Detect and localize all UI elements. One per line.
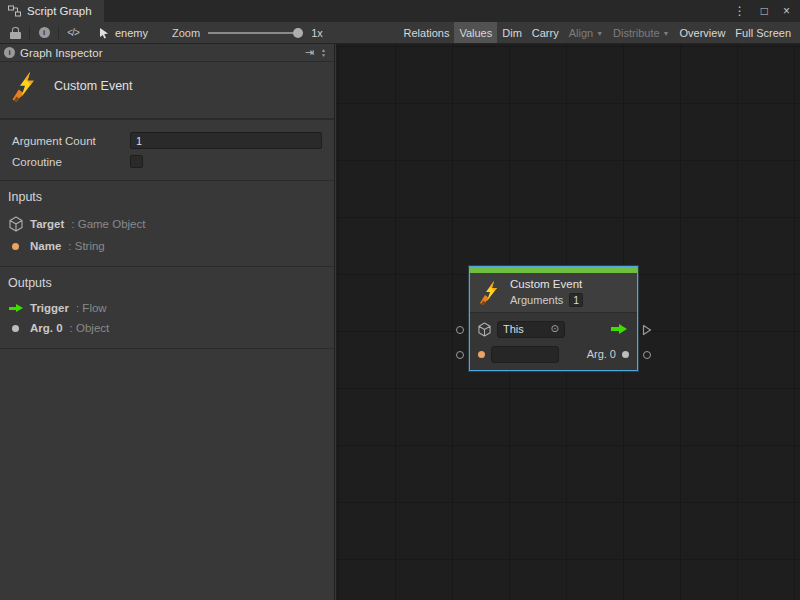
coroutine-row: Coroutine	[12, 151, 322, 172]
arg0-label: Arg. 0	[587, 348, 616, 360]
code-view-button[interactable]: </>	[62, 23, 84, 43]
toolbar-button-carry[interactable]: Carry	[527, 22, 564, 43]
graph-inspector-title: Graph Inspector	[20, 47, 102, 59]
button-label: Align	[569, 27, 593, 39]
toolbar-button-distribute[interactable]: Distribute▼	[608, 22, 674, 43]
inputs-section: Inputs Target : Game Object Name : Strin…	[0, 181, 334, 267]
zoom-slider-thumb[interactable]	[293, 28, 303, 38]
toolbar-button-values[interactable]: Values	[454, 22, 497, 43]
info-icon: i	[39, 27, 50, 38]
coroutine-checkbox[interactable]	[130, 155, 143, 168]
expand-icon[interactable]: ⇥	[305, 46, 314, 59]
info-letter: i	[8, 49, 10, 57]
zoom-value: 1x	[311, 27, 323, 39]
close-icon[interactable]: ×	[783, 4, 790, 18]
toolbar-separator	[58, 26, 59, 40]
argument-count-label: Argument Count	[12, 135, 130, 147]
port-type: : String	[68, 240, 104, 252]
toolbar-button-overview[interactable]: Overview	[675, 22, 731, 43]
spinner-down-icon: ▼	[321, 53, 326, 58]
target-dropdown[interactable]: This ⊙	[497, 321, 565, 338]
lock-icon	[10, 27, 21, 39]
string-port-icon	[12, 243, 19, 250]
tab-title: Script Graph	[27, 5, 92, 17]
game-object-icon	[478, 322, 491, 337]
trigger-output-port[interactable]	[642, 324, 652, 336]
info-letter: i	[43, 29, 45, 37]
event-name-field[interactable]	[491, 346, 559, 363]
unit-fields: Argument Count Coroutine	[0, 120, 334, 181]
node-header[interactable]: Custom Event Arguments 1	[470, 273, 637, 312]
toolbar-button-fullscreen[interactable]: Full Screen	[730, 22, 796, 43]
button-label: Distribute	[613, 27, 659, 39]
node-body: This ⊙ Arg. 0	[470, 312, 637, 370]
maximize-icon[interactable]: □	[761, 4, 768, 18]
port-name: Trigger	[30, 302, 69, 314]
inputs-heading: Inputs	[0, 190, 334, 212]
target-input-port[interactable]	[456, 326, 464, 334]
menu-icon[interactable]: ⋮	[734, 4, 746, 18]
list-item: Target : Game Object	[0, 212, 334, 236]
arguments-label: Arguments	[510, 294, 563, 306]
zoom-slider-track	[208, 32, 303, 34]
lock-button[interactable]	[4, 23, 26, 43]
button-label: Dim	[502, 27, 522, 39]
toolbar-button-relations[interactable]: Relations	[399, 22, 455, 43]
list-item: Arg. 0 : Object	[0, 318, 334, 338]
port-type: : Flow	[76, 302, 107, 314]
list-item: Trigger : Flow	[0, 298, 334, 318]
titlebar: Script Graph ⋮ □ ×	[0, 0, 800, 22]
object-port-icon	[12, 325, 19, 332]
zoom-control: Zoom 1x	[172, 27, 323, 39]
unit-header: Custom Event	[0, 62, 334, 120]
coroutine-label: Coroutine	[12, 156, 130, 168]
code-icon: </>	[67, 27, 78, 38]
target-port-row: This ⊙	[478, 320, 629, 338]
outputs-section: Outputs Trigger : Flow Arg. 0 : Object	[0, 267, 334, 349]
custom-event-icon	[10, 72, 40, 102]
toolbar-buttons: Relations Values Dim Carry Align▼ Distri…	[399, 22, 796, 43]
info-icon: i	[4, 47, 15, 58]
arg0-port-icon	[622, 351, 629, 358]
graph-asset-breadcrumb[interactable]: enemy	[98, 27, 148, 39]
button-label: Overview	[680, 27, 726, 39]
panel-spinner[interactable]: ▲ ▼	[319, 48, 328, 58]
port-name: Arg. 0	[30, 322, 63, 334]
toolbar-button-align[interactable]: Align▼	[564, 22, 608, 43]
name-input-port[interactable]	[456, 351, 464, 359]
outputs-heading: Outputs	[0, 276, 334, 298]
flow-arrow-icon	[9, 304, 23, 313]
name-port-row: Arg. 0	[478, 345, 629, 363]
toolbar-button-dim[interactable]: Dim	[497, 22, 527, 43]
argument-count-input[interactable]	[130, 132, 322, 149]
chevron-down-icon: ▼	[663, 30, 670, 37]
port-name: Target	[30, 218, 64, 230]
arg0-output-port[interactable]	[643, 351, 651, 359]
object-picker-icon[interactable]: ⊙	[551, 324, 559, 334]
graph-canvas[interactable]: Custom Event Arguments 1 This ⊙ Arg. 0	[336, 44, 800, 600]
button-label: Values	[459, 27, 492, 39]
tab-script-graph[interactable]: Script Graph	[0, 0, 104, 22]
button-label: Full Screen	[735, 27, 791, 39]
node-title: Custom Event	[510, 278, 583, 290]
graph-inspector-panel: i Graph Inspector ⇥ ▲ ▼ Custom Event Arg…	[0, 44, 335, 600]
unit-title: Custom Event	[54, 79, 133, 93]
chevron-down-icon: ▼	[596, 30, 603, 37]
toolbar-separator	[29, 26, 30, 40]
arguments-value-field[interactable]: 1	[569, 293, 583, 307]
zoom-slider[interactable]	[208, 27, 303, 39]
custom-event-icon	[478, 281, 502, 305]
target-value: This	[503, 323, 524, 335]
button-label: Relations	[404, 27, 450, 39]
list-item: Name : String	[0, 236, 334, 256]
trigger-flow-arrow-icon	[611, 324, 627, 334]
inspect-toggle-button[interactable]: i	[33, 23, 55, 43]
port-type: : Object	[70, 322, 110, 334]
game-object-icon	[9, 216, 23, 232]
zoom-label: Zoom	[172, 27, 200, 39]
button-label: Carry	[532, 27, 559, 39]
pointer-icon	[98, 27, 110, 39]
script-graph-icon	[8, 5, 21, 17]
port-type: : Game Object	[71, 218, 145, 230]
custom-event-node[interactable]: Custom Event Arguments 1 This ⊙ Arg. 0	[469, 266, 638, 371]
